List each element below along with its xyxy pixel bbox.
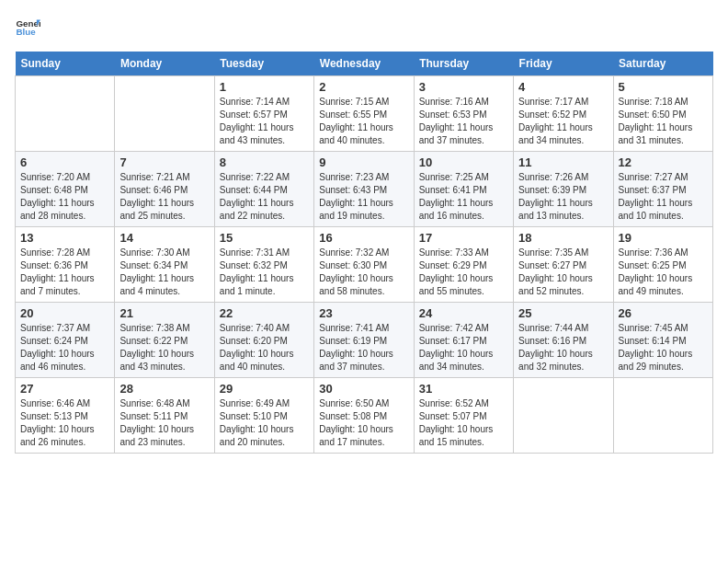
day-number: 13 — [20, 231, 109, 245]
logo-icon: General Blue — [15, 15, 40, 40]
calendar-cell — [115, 76, 214, 152]
day-number: 19 — [619, 231, 708, 245]
week-row-4: 27Sunrise: 6:46 AMSunset: 5:13 PMDayligh… — [16, 378, 713, 454]
calendar-cell: 30Sunrise: 6:50 AMSunset: 5:08 PMDayligh… — [314, 378, 414, 454]
calendar-cell: 4Sunrise: 7:17 AMSunset: 6:52 PMDaylight… — [514, 76, 613, 152]
day-content: Sunrise: 7:23 AMSunset: 6:43 PMDaylight:… — [319, 171, 408, 223]
day-content: Sunrise: 7:22 AMSunset: 6:44 PMDaylight:… — [220, 171, 309, 223]
calendar-cell: 22Sunrise: 7:40 AMSunset: 6:20 PMDayligh… — [214, 303, 313, 378]
day-content: Sunrise: 7:15 AMSunset: 6:55 PMDaylight:… — [319, 96, 408, 147]
day-number: 26 — [619, 306, 708, 320]
day-content: Sunrise: 7:16 AMSunset: 6:53 PMDaylight:… — [419, 96, 508, 147]
calendar-cell: 25Sunrise: 7:44 AMSunset: 6:16 PMDayligh… — [514, 303, 613, 378]
day-number: 8 — [220, 155, 309, 169]
calendar-cell: 26Sunrise: 7:45 AMSunset: 6:14 PMDayligh… — [613, 303, 712, 378]
calendar-cell: 3Sunrise: 7:16 AMSunset: 6:53 PMDaylight… — [414, 76, 513, 152]
weekday-header-sunday: Sunday — [16, 52, 115, 76]
week-row-0: 1Sunrise: 7:14 AMSunset: 6:57 PMDaylight… — [16, 76, 713, 152]
day-number: 24 — [419, 306, 508, 320]
day-number: 11 — [518, 155, 608, 169]
day-number: 3 — [419, 80, 508, 94]
weekday-header-monday: Monday — [115, 52, 214, 76]
calendar-cell: 5Sunrise: 7:18 AMSunset: 6:50 PMDaylight… — [613, 76, 712, 152]
calendar-cell: 31Sunrise: 6:52 AMSunset: 5:07 PMDayligh… — [414, 378, 513, 454]
day-content: Sunrise: 7:17 AMSunset: 6:52 PMDaylight:… — [518, 96, 608, 147]
day-number: 9 — [319, 155, 408, 169]
calendar-cell — [16, 76, 115, 152]
day-content: Sunrise: 7:31 AMSunset: 6:32 PMDaylight:… — [220, 247, 309, 298]
calendar-cell: 10Sunrise: 7:25 AMSunset: 6:41 PMDayligh… — [414, 152, 513, 227]
calendar-cell: 20Sunrise: 7:37 AMSunset: 6:24 PMDayligh… — [16, 303, 115, 378]
day-content: Sunrise: 7:32 AMSunset: 6:30 PMDaylight:… — [319, 247, 408, 298]
day-content: Sunrise: 7:27 AMSunset: 6:37 PMDaylight:… — [619, 171, 708, 223]
day-content: Sunrise: 7:37 AMSunset: 6:24 PMDaylight:… — [20, 322, 109, 373]
day-content: Sunrise: 7:30 AMSunset: 6:34 PMDaylight:… — [119, 247, 209, 298]
week-row-1: 6Sunrise: 7:20 AMSunset: 6:48 PMDaylight… — [16, 152, 713, 227]
day-content: Sunrise: 7:45 AMSunset: 6:14 PMDaylight:… — [619, 322, 708, 373]
calendar-cell: 14Sunrise: 7:30 AMSunset: 6:34 PMDayligh… — [115, 227, 214, 303]
day-content: Sunrise: 7:40 AMSunset: 6:20 PMDaylight:… — [220, 322, 309, 373]
day-content: Sunrise: 7:14 AMSunset: 6:57 PMDaylight:… — [220, 96, 309, 147]
calendar-cell: 6Sunrise: 7:20 AMSunset: 6:48 PMDaylight… — [16, 152, 115, 227]
day-content: Sunrise: 7:36 AMSunset: 6:25 PMDaylight:… — [619, 247, 708, 298]
day-number: 14 — [119, 231, 209, 245]
day-content: Sunrise: 7:25 AMSunset: 6:41 PMDaylight:… — [419, 171, 508, 223]
day-content: Sunrise: 6:50 AMSunset: 5:08 PMDaylight:… — [319, 397, 408, 449]
weekday-header-tuesday: Tuesday — [214, 52, 313, 76]
calendar-cell: 2Sunrise: 7:15 AMSunset: 6:55 PMDaylight… — [314, 76, 414, 152]
day-number: 17 — [419, 231, 508, 245]
day-content: Sunrise: 6:46 AMSunset: 5:13 PMDaylight:… — [20, 397, 109, 449]
weekday-header-thursday: Thursday — [414, 52, 513, 76]
calendar-cell: 19Sunrise: 7:36 AMSunset: 6:25 PMDayligh… — [613, 227, 712, 303]
calendar-cell: 9Sunrise: 7:23 AMSunset: 6:43 PMDaylight… — [314, 152, 414, 227]
day-number: 21 — [119, 306, 209, 320]
day-number: 22 — [220, 306, 309, 320]
calendar-cell — [514, 378, 613, 454]
day-content: Sunrise: 7:18 AMSunset: 6:50 PMDaylight:… — [619, 96, 708, 147]
day-content: Sunrise: 7:26 AMSunset: 6:39 PMDaylight:… — [518, 171, 608, 223]
day-number: 28 — [119, 382, 209, 396]
calendar-cell: 11Sunrise: 7:26 AMSunset: 6:39 PMDayligh… — [514, 152, 613, 227]
calendar-cell: 13Sunrise: 7:28 AMSunset: 6:36 PMDayligh… — [16, 227, 115, 303]
day-number: 23 — [319, 306, 408, 320]
weekday-header-friday: Friday — [514, 52, 613, 76]
week-row-3: 20Sunrise: 7:37 AMSunset: 6:24 PMDayligh… — [16, 303, 713, 378]
calendar-cell: 24Sunrise: 7:42 AMSunset: 6:17 PMDayligh… — [414, 303, 513, 378]
day-number: 15 — [220, 231, 309, 245]
calendar-cell: 8Sunrise: 7:22 AMSunset: 6:44 PMDaylight… — [214, 152, 313, 227]
calendar-cell: 1Sunrise: 7:14 AMSunset: 6:57 PMDaylight… — [214, 76, 313, 152]
day-number: 30 — [319, 382, 408, 396]
day-number: 6 — [20, 155, 109, 169]
day-content: Sunrise: 7:28 AMSunset: 6:36 PMDaylight:… — [20, 247, 109, 298]
day-number: 29 — [220, 382, 309, 396]
weekday-header-saturday: Saturday — [613, 52, 712, 76]
day-number: 18 — [518, 231, 608, 245]
page-header: General Blue — [15, 15, 713, 40]
calendar-cell: 16Sunrise: 7:32 AMSunset: 6:30 PMDayligh… — [314, 227, 414, 303]
day-number: 12 — [619, 155, 708, 169]
day-content: Sunrise: 6:48 AMSunset: 5:11 PMDaylight:… — [119, 397, 209, 449]
calendar-header: SundayMondayTuesdayWednesdayThursdayFrid… — [16, 52, 713, 76]
day-number: 16 — [319, 231, 408, 245]
day-content: Sunrise: 7:21 AMSunset: 6:46 PMDaylight:… — [119, 171, 209, 223]
calendar-cell: 23Sunrise: 7:41 AMSunset: 6:19 PMDayligh… — [314, 303, 414, 378]
week-row-2: 13Sunrise: 7:28 AMSunset: 6:36 PMDayligh… — [16, 227, 713, 303]
day-number: 1 — [220, 80, 309, 94]
calendar-cell: 21Sunrise: 7:38 AMSunset: 6:22 PMDayligh… — [115, 303, 214, 378]
day-number: 20 — [20, 306, 109, 320]
calendar-cell: 15Sunrise: 7:31 AMSunset: 6:32 PMDayligh… — [214, 227, 313, 303]
day-number: 7 — [119, 155, 209, 169]
calendar-cell — [613, 378, 712, 454]
calendar-cell: 28Sunrise: 6:48 AMSunset: 5:11 PMDayligh… — [115, 378, 214, 454]
day-number: 5 — [619, 80, 708, 94]
day-number: 2 — [319, 80, 408, 94]
day-number: 25 — [518, 306, 608, 320]
calendar-cell: 17Sunrise: 7:33 AMSunset: 6:29 PMDayligh… — [414, 227, 513, 303]
calendar-body: 1Sunrise: 7:14 AMSunset: 6:57 PMDaylight… — [16, 76, 713, 454]
weekday-header-wednesday: Wednesday — [314, 52, 414, 76]
logo: General Blue — [15, 15, 46, 40]
calendar-table: SundayMondayTuesdayWednesdayThursdayFrid… — [15, 52, 713, 454]
calendar-cell: 29Sunrise: 6:49 AMSunset: 5:10 PMDayligh… — [214, 378, 313, 454]
calendar-cell: 18Sunrise: 7:35 AMSunset: 6:27 PMDayligh… — [514, 227, 613, 303]
day-content: Sunrise: 7:42 AMSunset: 6:17 PMDaylight:… — [419, 322, 508, 373]
